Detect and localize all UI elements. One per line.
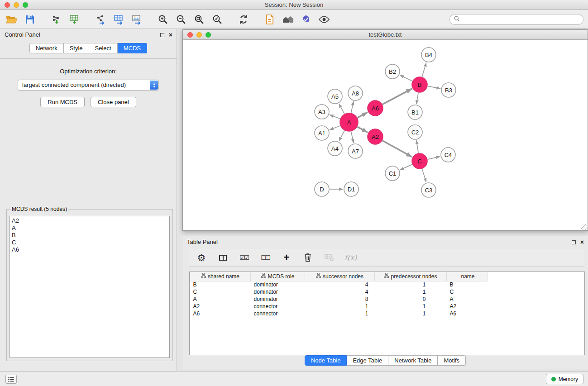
float-panel-icon[interactable] [160,33,164,37]
graph-edge[interactable] [339,131,345,142]
zoom-in-icon[interactable] [156,12,170,27]
tab-mcds[interactable]: MCDS [118,43,147,53]
table-row[interactable]: A2connector11A2 [190,303,585,310]
network-window-titlebar[interactable]: testGlobe.txt [183,30,588,40]
graph-edge[interactable] [351,132,354,143]
graph-edge[interactable] [330,126,340,130]
table-cell[interactable]: dominator [251,281,305,288]
float-table-panel-icon[interactable] [572,240,576,244]
graph-edge[interactable] [416,140,418,153]
graph-edge[interactable] [382,89,412,105]
graph-edge[interactable] [422,169,426,182]
select-all-rows-icon[interactable]: ☑☑ [238,252,250,263]
graph-node[interactable]: C4 [441,148,455,162]
graph-node[interactable]: D1 [344,182,359,196]
tab-select[interactable]: Select [89,43,118,53]
export-network-icon[interactable] [93,12,108,27]
graph-node[interactable]: A1 [315,126,329,140]
search-box[interactable] [449,14,583,25]
graph-edge[interactable] [358,112,368,118]
tab-motifs[interactable]: Motifs [438,355,466,366]
criterion-dropdown[interactable]: largest connected component (directed) ▲… [18,80,159,91]
tab-network[interactable]: Network [29,43,64,53]
table-cell[interactable]: A2 [190,303,251,310]
mcds-result-item[interactable]: A6 [12,246,167,253]
mcds-result-list[interactable]: A2ABCA6 [10,216,170,358]
graph-edge[interactable] [339,104,344,114]
node-table-container[interactable]: shared name MCDS role successor nodes pr… [189,272,585,355]
table-cell[interactable]: A6 [190,310,251,317]
graph-node[interactable]: A6 [368,100,383,116]
table-cell[interactable]: 1 [375,288,447,295]
zoom-selected-icon[interactable] [210,12,225,27]
table-row[interactable]: Bdominator41B [190,281,585,288]
column-header-name[interactable]: name [447,272,488,281]
mcds-result-item[interactable]: A2 [12,217,167,224]
graph-node[interactable]: A2 [368,129,383,144]
graph-edge[interactable] [428,86,441,88]
mcds-result-item[interactable]: C [12,239,167,246]
graph-node[interactable]: B3 [441,83,456,97]
export-image-icon[interactable] [129,12,144,27]
refresh-icon[interactable] [236,12,251,27]
table-cell[interactable]: 1 [305,310,375,317]
table-cell[interactable]: dominator [251,295,305,303]
table-cell[interactable]: 8 [305,295,375,303]
graph-node[interactable]: C1 [385,166,400,181]
graph-edge[interactable] [351,101,354,113]
close-window-button[interactable] [5,2,10,8]
run-mcds-button[interactable]: Run MCDS [40,97,85,107]
session-document-icon[interactable] [263,12,277,27]
table-cell[interactable]: B [190,281,251,288]
graph-node[interactable]: D [315,182,329,196]
import-table-file-icon[interactable] [67,12,81,27]
search-input[interactable] [463,16,579,23]
mcds-result-item[interactable]: B [12,232,167,239]
graph-node[interactable]: B2 [385,64,400,79]
table-cell[interactable]: 1 [305,303,375,310]
graph-node[interactable]: A5 [328,89,342,104]
graph-node[interactable]: A8 [348,86,363,100]
graph-edge[interactable] [357,127,368,133]
close-panel-button[interactable]: Close panel [91,97,136,107]
network-close-button[interactable] [187,32,193,38]
zoom-out-icon[interactable] [174,12,188,27]
graph-node[interactable]: B1 [408,105,422,119]
export-table-icon[interactable] [111,12,126,27]
mcds-result-item[interactable]: A [12,224,167,232]
table-cell[interactable]: 0 [375,295,447,303]
graph-node[interactable]: A7 [348,144,363,158]
table-cell[interactable]: 4 [305,288,375,295]
delete-columns-icon[interactable] [302,252,314,263]
zoom-fit-icon[interactable] [192,12,206,27]
eye-icon[interactable] [317,12,331,27]
minimize-window-button[interactable] [14,2,19,8]
close-panel-icon[interactable]: × [169,32,172,38]
window-resize-grip[interactable] [581,224,587,230]
save-session-icon[interactable] [23,12,37,27]
graph-edge[interactable] [330,114,340,119]
table-cell[interactable]: C [447,288,488,295]
column-header-shared-name[interactable]: shared name [190,272,251,281]
column-header-mcds-role[interactable]: MCDS role [251,272,305,281]
table-row[interactable]: Cdominator41C [190,288,585,295]
graph-edge[interactable] [400,164,412,170]
table-cell[interactable]: connector [251,310,305,317]
table-settings-icon[interactable]: ⚙ [196,252,207,263]
network-overview-icon[interactable] [281,12,295,27]
create-column-icon[interactable]: + [281,252,292,263]
graph-edge[interactable] [428,157,440,159]
table-cell[interactable]: C [190,288,251,295]
table-cell[interactable]: A [447,295,488,303]
network-minimize-button[interactable] [196,32,202,38]
table-cell[interactable]: A6 [447,310,488,317]
table-cell[interactable]: 1 [375,281,447,288]
table-cell[interactable]: dominator [251,288,305,295]
graph-node[interactable]: A3 [315,105,329,119]
table-row[interactable]: A6connector11A6 [190,310,585,317]
graph-node[interactable]: B [412,77,427,92]
graph-node[interactable]: A4 [328,141,342,156]
table-cell[interactable]: B [447,281,488,288]
network-zoom-button[interactable] [206,32,211,38]
task-history-icon[interactable] [5,375,17,384]
